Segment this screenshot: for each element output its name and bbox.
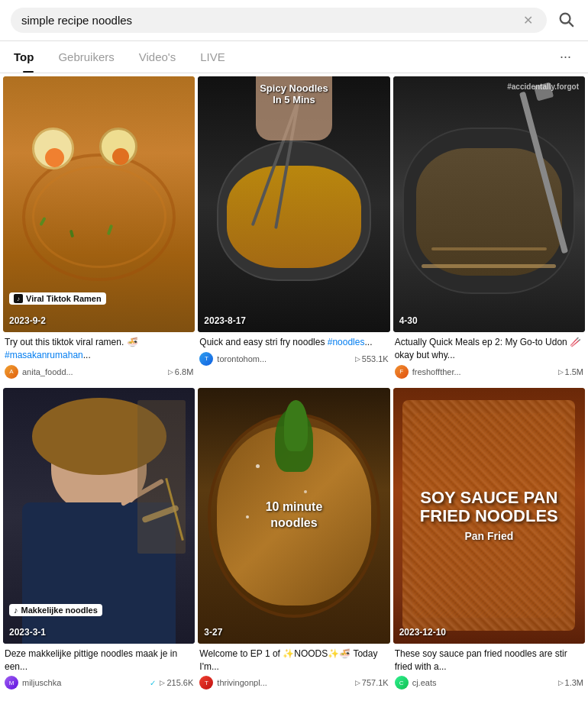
verified-icon-4: ✓ bbox=[150, 679, 156, 687]
avatar-1: A bbox=[5, 365, 18, 379]
search-input-wrapper: ✕ bbox=[11, 8, 547, 33]
search-bar: ✕ bbox=[0, 0, 588, 41]
card-info-5: Welcome to EP 1 of ✨NOODS✨🍜 Today I'm...… bbox=[198, 644, 389, 696]
username-3: freshoffther... bbox=[412, 367, 554, 376]
tabs-more-button[interactable]: ··· bbox=[554, 43, 577, 71]
username-4: miljuschka bbox=[22, 678, 146, 687]
spicy-text-2: Spicy NoodlesIn 5 Mins bbox=[260, 82, 328, 105]
video-grid: ♪ Viral Tiktok Ramen 2023-9-2 Try out th… bbox=[0, 73, 588, 699]
tab-live[interactable]: LIVE bbox=[188, 41, 237, 73]
date-5: 3-27 bbox=[204, 627, 222, 638]
card-meta-6: C cj.eats ▷ 1.3M bbox=[395, 676, 583, 690]
clear-icon[interactable]: ✕ bbox=[523, 13, 533, 27]
avatar-4: M bbox=[5, 676, 18, 690]
watermark-3: #accidentally.forgot bbox=[507, 82, 579, 91]
tabs-bar: Top Gebruikers Video's LIVE ··· bbox=[0, 41, 588, 73]
search-icon bbox=[557, 11, 574, 27]
svg-line-1 bbox=[569, 22, 573, 26]
play-count-1: ▷ 6.8M bbox=[168, 367, 193, 376]
play-count-3: ▷ 1.5M bbox=[558, 367, 583, 376]
date-1: 2023-9-2 bbox=[9, 315, 46, 326]
play-count-2: ▷ 553.1K bbox=[355, 354, 389, 363]
play-count-5: ▷ 757.1K bbox=[355, 678, 389, 687]
big-overlay-6: SOY SAUCE PAN FRIED NOODLES Pan Fried bbox=[393, 388, 585, 644]
username-2: torontohom... bbox=[217, 354, 351, 363]
tab-gebruikers[interactable]: Gebruikers bbox=[46, 41, 126, 73]
video-card-1[interactable]: ♪ Viral Tiktok Ramen 2023-9-2 Try out th… bbox=[3, 76, 195, 385]
avatar-3: F bbox=[395, 365, 409, 379]
card-desc-5: Welcome to EP 1 of ✨NOODS✨🍜 Today I'm... bbox=[199, 648, 388, 673]
avatar-5: T bbox=[199, 676, 213, 690]
username-6: cj.eats bbox=[412, 678, 554, 687]
avatar-2: T bbox=[199, 352, 213, 366]
date-3: 4-30 bbox=[399, 315, 418, 326]
play-count-4: ▷ 215.6K bbox=[160, 678, 193, 687]
card-desc-3: Actually Quick Meals ep 2: My Go-to Udon… bbox=[395, 336, 583, 362]
card-desc-4: Deze makkelijke pittige noodles maak je … bbox=[5, 648, 193, 673]
card-desc-2: Quick and easy stri fry noodles #noodles… bbox=[199, 336, 388, 349]
card-desc-1: Try out this tiktok viral ramen. 🍜 #masa… bbox=[5, 336, 193, 362]
card-desc-6: These soy sauce pan fried noodles are st… bbox=[395, 648, 583, 673]
thumbnail-2: Spicy NoodlesIn 5 Mins 2023-8-17 bbox=[198, 76, 389, 332]
video-card-4[interactable]: ♪ Makkelijke noodles 2023-3-1 Deze makke… bbox=[3, 388, 195, 696]
center-text-5: 10 minutenoodles bbox=[266, 499, 323, 531]
search-input[interactable] bbox=[21, 14, 523, 27]
video-card-3[interactable]: #accidentally.forgot 4-30 Actually Quick… bbox=[393, 76, 585, 385]
tab-top[interactable]: Top bbox=[11, 41, 46, 73]
thumbnail-4: ♪ Makkelijke noodles 2023-3-1 bbox=[3, 388, 195, 644]
username-5: thrivingonpl... bbox=[217, 678, 351, 687]
card-info-1: Try out this tiktok viral ramen. 🍜 #masa… bbox=[3, 332, 195, 385]
card-meta-1: A anita_foodd... ▷ 6.8M bbox=[5, 365, 193, 379]
card-info-2: Quick and easy stri fry noodles #noodles… bbox=[198, 332, 389, 372]
card-info-3: Actually Quick Meals ep 2: My Go-to Udon… bbox=[393, 332, 585, 385]
search-button[interactable] bbox=[554, 8, 577, 33]
card-meta-2: T torontohom... ▷ 553.1K bbox=[199, 352, 388, 366]
mak-badge-4: ♪ Makkelijke noodles bbox=[9, 604, 102, 616]
thumbnail-6: SOY SAUCE PAN FRIED NOODLES Pan Fried 20… bbox=[393, 388, 585, 644]
play-count-6: ▷ 1.3M bbox=[558, 678, 583, 687]
date-2: 2023-8-17 bbox=[204, 315, 246, 326]
card-meta-3: F freshoffther... ▷ 1.5M bbox=[395, 365, 583, 379]
video-card-6[interactable]: SOY SAUCE PAN FRIED NOODLES Pan Fried 20… bbox=[393, 388, 585, 696]
thumbnail-1: ♪ Viral Tiktok Ramen 2023-9-2 bbox=[3, 76, 195, 332]
video-card-2[interactable]: Spicy NoodlesIn 5 Mins 2023-8-17 Quick a… bbox=[198, 76, 389, 385]
tab-videos[interactable]: Video's bbox=[127, 41, 188, 73]
card-info-4: Deze makkelijke pittige noodles maak je … bbox=[3, 644, 195, 696]
username-1: anita_foodd... bbox=[22, 367, 164, 376]
date-4: 2023-3-1 bbox=[9, 627, 46, 638]
video-card-5[interactable]: 10 minutenoodles 3-27 Welcome to EP 1 of… bbox=[198, 388, 389, 696]
thumbnail-3: #accidentally.forgot 4-30 bbox=[393, 76, 585, 332]
thumbnail-5: 10 minutenoodles 3-27 bbox=[198, 388, 389, 644]
date-6: 2023-12-10 bbox=[399, 627, 446, 638]
card-info-6: These soy sauce pan fried noodles are st… bbox=[393, 644, 585, 696]
avatar-6: C bbox=[395, 676, 409, 690]
card-meta-4: M miljuschka ✓ ▷ 215.6K bbox=[5, 676, 193, 690]
card-meta-5: T thrivingonpl... ▷ 757.1K bbox=[199, 676, 388, 690]
tiktok-badge-1: ♪ Viral Tiktok Ramen bbox=[9, 292, 106, 305]
